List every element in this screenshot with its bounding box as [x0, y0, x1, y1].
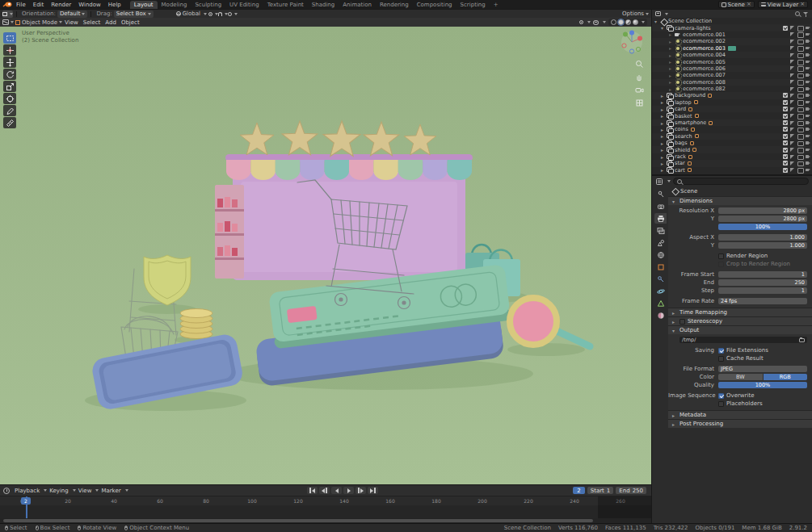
hide-render-toggle-icon[interactable] [805, 107, 810, 112]
tool-scale[interactable] [3, 81, 16, 92]
next-keyframe-button[interactable] [356, 487, 366, 494]
outliner-row[interactable]: ▸ecommerce.007 [652, 72, 812, 78]
camera-view-icon[interactable] [635, 86, 644, 94]
frame-rate-dropdown[interactable]: 24 fps [718, 298, 807, 304]
hide-viewport-toggle-icon[interactable] [797, 65, 803, 71]
playhead-frame-label[interactable]: 2 [21, 497, 31, 505]
outliner-row[interactable]: ▾camera-lights [652, 24, 812, 31]
tool-annotate[interactable] [3, 105, 16, 116]
panel-header-time-remapping[interactable]: ▸Time Remapping [668, 308, 812, 316]
toggle-ortho-icon[interactable] [635, 98, 644, 107]
menu-marker[interactable]: Marker [99, 488, 123, 494]
selectable-toggle-icon[interactable] [789, 167, 795, 173]
hide-render-toggle-icon[interactable] [805, 133, 810, 139]
tab-scene[interactable] [654, 237, 667, 248]
timeline-tracks[interactable] [0, 505, 651, 518]
tab-physics[interactable] [654, 286, 667, 296]
rendered-shading-icon[interactable] [633, 19, 638, 25]
3d-viewport[interactable]: Object Mode View Select Add Object User … [0, 18, 651, 484]
outliner-row[interactable]: ▸rack [652, 153, 812, 160]
outliner-item-label[interactable]: background [675, 92, 705, 98]
panel-header-stereoscopy[interactable]: ▸Stereoscopy [668, 316, 812, 325]
properties-search-input[interactable] [673, 178, 809, 185]
selectable-toggle-icon[interactable] [789, 45, 795, 51]
stereoscopy-checkbox[interactable] [679, 319, 685, 325]
active-tool-button[interactable] [2, 10, 13, 18]
orientation-dropdown[interactable]: Default [57, 10, 88, 18]
collection-checkbox[interactable] [783, 134, 788, 139]
output-path-field[interactable]: /tmp/ [679, 337, 807, 343]
tab-material[interactable] [654, 310, 667, 320]
outliner-row[interactable]: ▸card [652, 106, 812, 112]
tool-rotate[interactable] [3, 69, 16, 80]
expand-arrow[interactable]: ▸ [661, 127, 667, 132]
tab-animation[interactable]: Animation [339, 1, 376, 9]
hide-render-toggle-icon[interactable] [805, 39, 810, 44]
outliner-item-label[interactable]: ecommerce.004 [683, 52, 726, 58]
outliner-row[interactable]: ▸ecommerce.006 [652, 65, 812, 72]
outliner-row[interactable]: ▸ecommerce.001 [652, 31, 812, 38]
selectable-toggle-icon[interactable] [789, 65, 795, 71]
hide-viewport-toggle-icon[interactable] [797, 45, 803, 51]
collection-checkbox[interactable] [783, 100, 788, 105]
timeline-ruler[interactable]: 0 20 40 60 80 100 120 140 160 180 200 22… [0, 496, 651, 505]
expand-arrow[interactable]: ▸ [661, 107, 667, 112]
file-extensions-checkbox[interactable] [718, 348, 724, 354]
menu-help[interactable]: Help [105, 2, 124, 8]
tab-view-layer[interactable] [654, 225, 667, 236]
playhead-line[interactable] [26, 505, 27, 518]
hide-viewport-toggle-icon[interactable] [797, 140, 803, 146]
hide-viewport-toggle-icon[interactable] [797, 73, 803, 78]
outliner-item-label[interactable]: bags [675, 140, 688, 146]
tab-object-data[interactable] [654, 298, 667, 308]
expand-arrow[interactable]: ▾ [661, 25, 667, 31]
tab-shading[interactable]: Shading [308, 1, 339, 9]
view-layer-selector[interactable]: View Layer × [758, 1, 808, 8]
expand-arrow[interactable]: ▸ [661, 113, 667, 119]
selectable-toggle-icon[interactable] [789, 113, 795, 119]
outliner-row[interactable]: ▸basket [652, 112, 812, 119]
frame-start-field[interactable]: Start1 [587, 487, 614, 494]
color-bw-button[interactable]: BW [718, 374, 763, 380]
hide-render-toggle-icon[interactable] [805, 127, 810, 132]
outliner-item-label[interactable]: ecommerce.002 [683, 38, 726, 44]
close-icon[interactable]: × [747, 2, 751, 7]
tool-cursor[interactable] [3, 44, 16, 56]
rack[interactable] [215, 185, 244, 279]
outliner-item-label[interactable]: smartphone [675, 119, 706, 126]
selectable-toggle-icon[interactable] [789, 59, 795, 65]
hide-render-toggle-icon[interactable] [805, 120, 810, 126]
outliner-row[interactable]: ▸laptop [652, 99, 812, 106]
outliner-row[interactable]: ▸bags [652, 140, 812, 146]
menu-view[interactable]: View [62, 19, 81, 26]
collection-checkbox[interactable] [783, 120, 788, 125]
menu-object[interactable]: Object [119, 19, 142, 26]
expand-arrow[interactable]: ▸ [669, 31, 675, 37]
outliner-row[interactable]: ▸ecommerce.003 [652, 45, 812, 52]
hide-render-toggle-icon[interactable] [805, 25, 810, 31]
tab-compositing[interactable]: Compositing [413, 1, 456, 9]
outliner-row[interactable]: ▸search [652, 133, 812, 140]
selectable-toggle-icon[interactable] [789, 31, 795, 37]
tab-modeling[interactable]: Modeling [158, 1, 191, 9]
collection-checkbox[interactable] [783, 148, 788, 153]
selectable-toggle-icon[interactable] [789, 161, 795, 166]
tab-scripting[interactable]: Scripting [456, 1, 490, 9]
hide-render-toggle-icon[interactable] [805, 52, 810, 58]
collection-checkbox[interactable] [783, 107, 788, 111]
expand-arrow[interactable]: ▸ [661, 154, 667, 160]
outliner-row[interactable]: ▸star [652, 160, 812, 166]
outliner-row[interactable]: ▸cart [652, 167, 812, 174]
outliner-item-label[interactable]: ecommerce.003 [683, 45, 726, 52]
proportional-edit-button[interactable] [228, 10, 238, 18]
outliner-item-label[interactable]: shield [675, 147, 690, 153]
expand-arrow[interactable]: ▸ [669, 39, 675, 44]
hide-viewport-toggle-icon[interactable] [797, 120, 803, 126]
outliner-item-label[interactable]: ecommerce.007 [683, 72, 726, 78]
menu-add[interactable]: Add [103, 19, 119, 26]
hide-viewport-toggle-icon[interactable] [797, 31, 803, 37]
frame-step-field[interactable]: 1 [718, 287, 807, 294]
menu-render[interactable]: Render [48, 2, 74, 8]
hide-render-toggle-icon[interactable] [805, 154, 810, 160]
outliner-item-label[interactable]: ecommerce.006 [683, 65, 726, 72]
